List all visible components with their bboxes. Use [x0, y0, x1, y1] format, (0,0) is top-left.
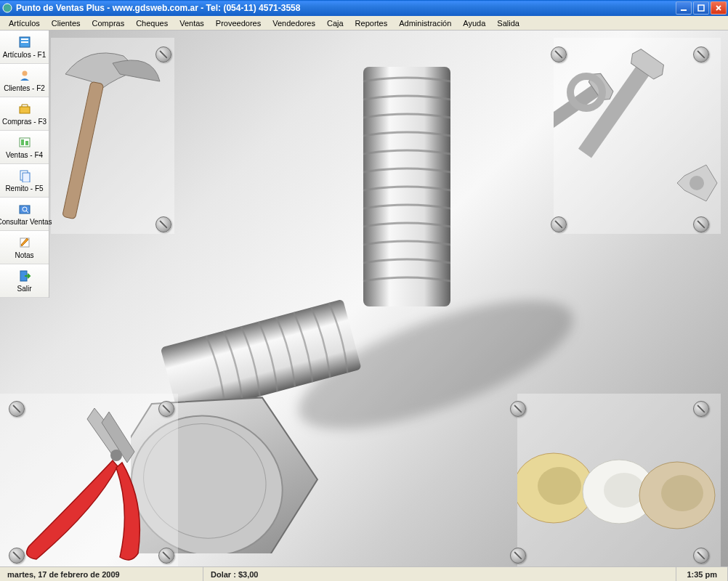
svg-rect-1: [681, 9, 687, 11]
window-title: Punto de Ventas Plus - www.gdsweb.com.ar…: [16, 3, 676, 13]
menu-compras[interactable]: Compras: [86, 17, 131, 29]
articulos-icon: [17, 35, 32, 49]
statusbar-dolar: Dolar : $3,00: [203, 567, 676, 581]
svg-point-23: [661, 475, 703, 511]
menu-reportes[interactable]: Reportes: [349, 17, 394, 29]
svg-point-0: [3, 4, 12, 12]
statusbar-date: martes, 17 de febrero de 2009: [0, 567, 203, 581]
menu-proveedores[interactable]: Proveedores: [210, 17, 267, 29]
toolbar-label: Clientes - F2: [4, 84, 45, 92]
notas-icon: [17, 235, 32, 250]
menu-administracion[interactable]: Administración: [393, 17, 457, 29]
toolbar-remito[interactable]: Remito - F5: [0, 164, 49, 198]
screw-decor-icon: [693, 46, 709, 62]
overlay-pliers: [0, 394, 178, 566]
toolbar-consultar-ventas[interactable]: Consultar Ventas: [0, 198, 49, 231]
screw-decor-icon: [551, 216, 567, 232]
toolbar-ventas[interactable]: Ventas - F4: [0, 131, 49, 164]
toolbar-label: Ventas - F4: [6, 151, 43, 159]
screw-decor-icon: [155, 216, 171, 232]
svg-rect-26: [21, 41, 28, 43]
svg-point-16: [689, 176, 704, 190]
screw-decor-icon: [693, 216, 709, 232]
consultar-icon: [17, 202, 32, 216]
ventas-icon: [17, 135, 32, 150]
toolbar-compras[interactable]: Compras - F3: [0, 97, 49, 131]
screw-decor-icon: [693, 548, 709, 564]
svg-rect-28: [20, 107, 30, 113]
overlay-bolts: [554, 38, 721, 234]
svg-rect-9: [62, 81, 104, 219]
compras-icon: [17, 102, 32, 116]
toolbar-label: Consultar Ventas: [0, 218, 52, 226]
menu-salida[interactable]: Salida: [491, 17, 525, 29]
toolbar-salir[interactable]: Salir: [0, 264, 49, 298]
statusbar-time: 1:35 pm: [676, 567, 728, 581]
screw-decor-icon: [158, 401, 174, 417]
minimize-button[interactable]: [676, 1, 692, 15]
menu-cheques[interactable]: Cheques: [130, 17, 174, 29]
screw-decor-icon: [158, 548, 174, 564]
app-icon: [1, 2, 13, 14]
svg-point-17: [110, 450, 122, 461]
maximize-button[interactable]: [693, 1, 709, 15]
toolbar-label: Remito - F5: [5, 184, 43, 192]
toolbar-articulos[interactable]: Artículos - F1: [0, 31, 49, 64]
toolbar-label: Salir: [17, 285, 31, 293]
pliers-icon: [0, 394, 178, 566]
remito-icon: [17, 168, 32, 183]
svg-point-21: [604, 473, 644, 508]
bolts-nuts-icon: [554, 38, 721, 234]
toolbar-label: Notas: [15, 251, 33, 259]
menu-caja[interactable]: Caja: [321, 17, 349, 29]
toolbar-clientes[interactable]: Clientes - F2: [0, 64, 49, 97]
clientes-icon: [17, 68, 32, 83]
screw-decor-icon: [551, 46, 567, 62]
svg-rect-2: [698, 5, 704, 11]
salir-icon: [17, 269, 32, 283]
svg-rect-33: [23, 173, 30, 182]
statusbar: martes, 17 de febrero de 2009 Dolar : $3…: [0, 566, 728, 581]
toolbar-notas[interactable]: Notas: [0, 231, 49, 264]
window-titlebar: Punto de Ventas Plus - www.gdsweb.com.ar…: [0, 0, 728, 16]
menu-clientes[interactable]: Clientes: [46, 17, 86, 29]
overlay-hammer: [51, 38, 174, 234]
screw-decor-icon: [510, 401, 526, 417]
svg-rect-25: [21, 38, 28, 40]
svg-rect-30: [21, 139, 24, 145]
menu-articulos[interactable]: Artículos: [3, 17, 46, 29]
menu-ayuda[interactable]: Ayuda: [457, 17, 491, 29]
svg-point-19: [538, 467, 581, 505]
screw-decor-icon: [510, 548, 526, 564]
screw-decor-icon: [155, 46, 171, 62]
menu-ventas[interactable]: Ventas: [174, 17, 210, 29]
toolbar-label: Compras - F3: [2, 118, 46, 126]
hammer-icon: [51, 38, 174, 234]
menu-vendedores[interactable]: Vendedores: [267, 17, 321, 29]
menubar: Artículos Clientes Compras Cheques Venta…: [0, 16, 728, 31]
left-toolbar: Artículos - F1 Clientes - F2 Compras - F…: [0, 31, 49, 298]
toolbar-label: Artículos - F1: [3, 51, 46, 59]
tape-rolls-icon: [517, 394, 721, 566]
workspace-background: Artículos - F1 Clientes - F2 Compras - F…: [0, 31, 728, 566]
screw-decor-icon: [9, 548, 25, 564]
screw-decor-icon: [693, 401, 709, 417]
overlay-tape: [517, 394, 721, 566]
svg-point-27: [22, 71, 27, 76]
close-button[interactable]: [711, 1, 727, 15]
svg-rect-31: [25, 141, 28, 145]
screw-decor-icon: [9, 401, 25, 417]
